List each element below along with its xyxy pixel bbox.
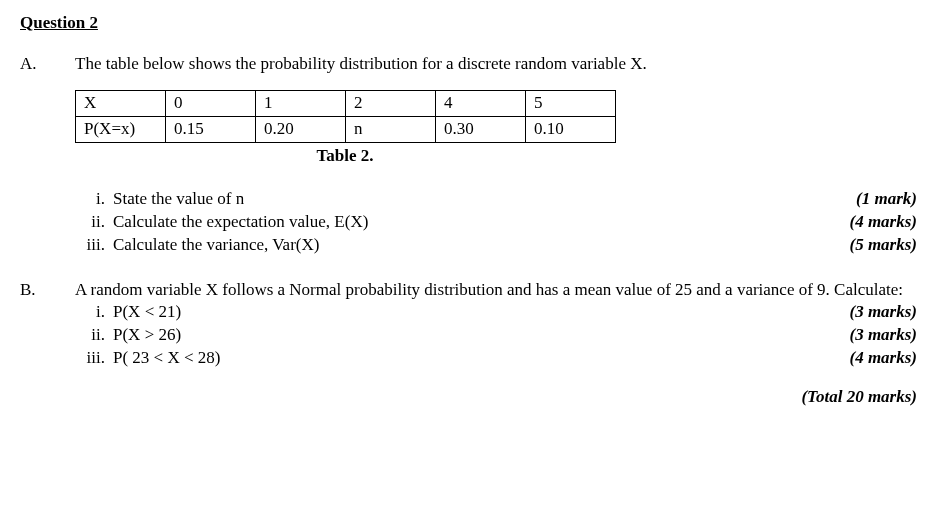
table-cell: 0.10 xyxy=(526,116,616,142)
item-text: Calculate the variance, Var(X) xyxy=(113,234,319,257)
part-b-label: B. xyxy=(20,279,75,410)
table-cell: n xyxy=(346,116,436,142)
table-cell: 1 xyxy=(256,90,346,116)
part-a-intro: The table below shows the probability di… xyxy=(75,53,921,76)
item-number: iii. xyxy=(75,347,113,370)
item-number: iii. xyxy=(75,234,113,257)
table-cell: P(X=x) xyxy=(76,116,166,142)
list-item: iii. P( 23 < X < 28) (4 marks) xyxy=(75,347,921,370)
item-text: P(X > 26) xyxy=(113,324,181,347)
item-text: State the value of n xyxy=(113,188,244,211)
table-cell: 2 xyxy=(346,90,436,116)
item-number: i. xyxy=(75,301,113,324)
item-text: P(X < 21) xyxy=(113,301,181,324)
total-marks: (Total 20 marks) xyxy=(75,386,921,409)
item-number: ii. xyxy=(75,324,113,347)
list-item: ii. Calculate the expectation value, E(X… xyxy=(75,211,921,234)
list-item: i. P(X < 21) (3 marks) xyxy=(75,301,921,324)
item-number: ii. xyxy=(75,211,113,234)
list-item: i. State the value of n (1 mark) xyxy=(75,188,921,211)
table-cell: 5 xyxy=(526,90,616,116)
list-item: ii. P(X > 26) (3 marks) xyxy=(75,324,921,347)
item-marks: (3 marks) xyxy=(849,301,921,324)
item-marks: (1 mark) xyxy=(856,188,921,211)
part-a: A. The table below shows the probability… xyxy=(20,53,921,257)
table-cell: 0.15 xyxy=(166,116,256,142)
table-cell: 0.20 xyxy=(256,116,346,142)
probability-table: X 0 1 2 4 5 P(X=x) 0.15 0.20 n 0.30 0.10 xyxy=(75,90,616,143)
item-text: P( 23 < X < 28) xyxy=(113,347,220,370)
item-text: Calculate the expectation value, E(X) xyxy=(113,211,368,234)
table-cell: 4 xyxy=(436,90,526,116)
part-b: B. A random variable X follows a Normal … xyxy=(20,279,921,410)
table-cell: 0 xyxy=(166,90,256,116)
item-marks: (3 marks) xyxy=(849,324,921,347)
table-cell: X xyxy=(76,90,166,116)
item-number: i. xyxy=(75,188,113,211)
part-a-label: A. xyxy=(20,53,75,257)
part-b-body: A random variable X follows a Normal pro… xyxy=(75,279,921,410)
list-item: iii. Calculate the variance, Var(X) (5 m… xyxy=(75,234,921,257)
question-heading: Question 2 xyxy=(20,12,921,35)
part-b-intro: A random variable X follows a Normal pro… xyxy=(75,279,921,302)
table-caption: Table 2. xyxy=(75,145,615,168)
item-marks: (5 marks) xyxy=(849,234,921,257)
item-marks: (4 marks) xyxy=(849,211,921,234)
table-cell: 0.30 xyxy=(436,116,526,142)
item-marks: (4 marks) xyxy=(849,347,921,370)
table-row: P(X=x) 0.15 0.20 n 0.30 0.10 xyxy=(76,116,616,142)
table-row: X 0 1 2 4 5 xyxy=(76,90,616,116)
part-a-body: The table below shows the probability di… xyxy=(75,53,921,257)
